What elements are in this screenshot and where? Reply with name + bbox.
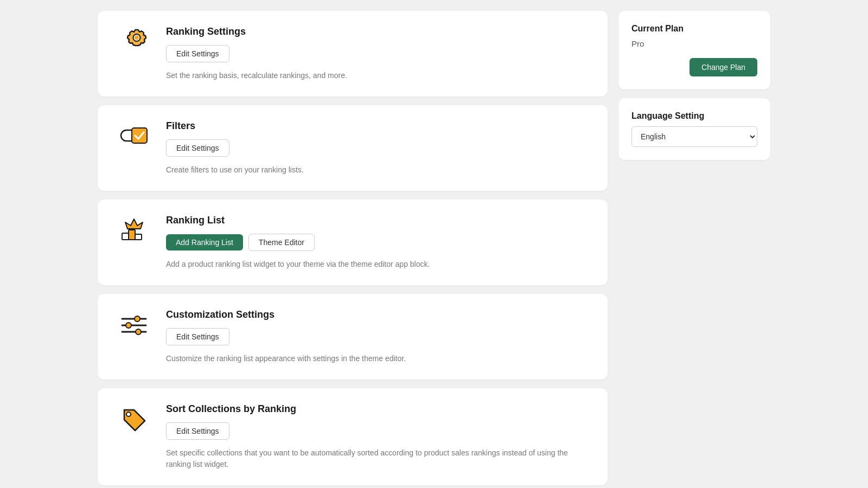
ranking-list-description: Add a product ranking list widget to you…: [166, 259, 590, 270]
sort-collections-title: Sort Collections by Ranking: [166, 403, 590, 415]
filter-icon: [115, 120, 153, 153]
ranking-list-buttons: Add Ranking List Theme Editor: [166, 234, 590, 251]
theme-editor-button[interactable]: Theme Editor: [248, 234, 315, 251]
language-setting-title: Language Setting: [631, 111, 757, 121]
sort-collections-content: Sort Collections by Ranking Edit Setting…: [166, 403, 590, 470]
plan-name: Pro: [631, 39, 757, 48]
ranking-settings-content: Ranking Settings Edit Settings Set the r…: [166, 26, 590, 81]
main-content: Ranking Settings Edit Settings Set the r…: [98, 11, 608, 485]
change-plan-button[interactable]: Change Plan: [690, 58, 757, 76]
add-ranking-list-button[interactable]: Add Ranking List: [166, 234, 243, 251]
filters-description: Create filters to use on your ranking li…: [166, 164, 590, 176]
edit-settings-filters-button[interactable]: Edit Settings: [166, 139, 229, 157]
customization-settings-content: Customization Settings Edit Settings Cus…: [166, 309, 590, 364]
customization-settings-title: Customization Settings: [166, 309, 590, 320]
customization-settings-card: Customization Settings Edit Settings Cus…: [98, 294, 608, 380]
ranking-settings-description: Set the ranking basis, recalculate ranki…: [166, 70, 590, 81]
gear-icon: [115, 26, 153, 59]
filters-content: Filters Edit Settings Create filters to …: [166, 120, 590, 176]
ranking-icon: [115, 215, 153, 247]
svg-point-2: [135, 36, 139, 40]
svg-point-13: [126, 323, 131, 328]
ranking-list-content: Ranking List Add Ranking List Theme Edit…: [166, 215, 590, 270]
current-plan-title: Current Plan: [631, 24, 757, 34]
svg-point-15: [136, 329, 141, 335]
customization-settings-description: Customize the ranking list appearance wi…: [166, 353, 590, 364]
ranking-list-title: Ranking List: [166, 215, 590, 226]
svg-rect-9: [135, 234, 142, 240]
edit-settings-sort-button[interactable]: Edit Settings: [166, 422, 229, 440]
sliders-icon: [115, 309, 153, 342]
sidebar: Current Plan Pro Change Plan Language Se…: [618, 11, 770, 485]
svg-marker-6: [125, 219, 143, 229]
edit-settings-customization-button[interactable]: Edit Settings: [166, 328, 229, 345]
filters-title: Filters: [166, 120, 590, 132]
filters-card: Filters Edit Settings Create filters to …: [98, 105, 608, 191]
ranking-settings-title: Ranking Settings: [166, 26, 590, 37]
language-select[interactable]: English Spanish French German Japanese: [631, 126, 757, 147]
svg-point-16: [126, 412, 131, 416]
svg-rect-8: [122, 233, 129, 240]
svg-point-11: [135, 316, 140, 322]
svg-rect-5: [132, 128, 147, 143]
sort-collections-description: Set specific collections that you want t…: [166, 447, 590, 470]
svg-rect-7: [129, 230, 135, 240]
current-plan-card: Current Plan Pro Change Plan: [618, 11, 770, 89]
edit-settings-ranking-button[interactable]: Edit Settings: [166, 45, 229, 62]
ranking-list-card: Ranking List Add Ranking List Theme Edit…: [98, 200, 608, 285]
tag-icon: [115, 403, 153, 436]
ranking-settings-card: Ranking Settings Edit Settings Set the r…: [98, 11, 608, 97]
sort-collections-card: Sort Collections by Ranking Edit Setting…: [98, 388, 608, 485]
language-setting-card: Language Setting English Spanish French …: [618, 98, 770, 160]
